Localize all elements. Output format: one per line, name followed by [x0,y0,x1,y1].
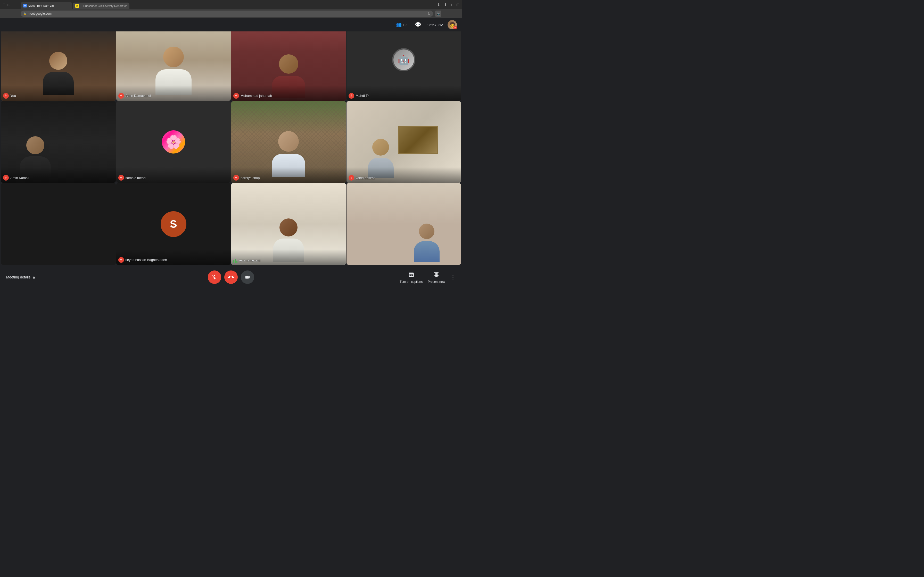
camera-tab-icon[interactable]: 📷 [435,11,441,17]
downloads-icon[interactable]: ⬇ [437,3,440,7]
new-tab-btn[interactable]: + [131,3,138,9]
mic-muted-overlay: 🎙 [453,26,457,29]
tab-meet[interactable]: M Meet - rdm-jbam-zjg [21,2,72,9]
tab-mailchimp-label: Subscriber Click Activity Report for رخد… [81,4,127,8]
mic-muted-icon-mohammad: 🎙 [233,93,239,99]
sidebar-toggle-icon[interactable]: ⊟ [3,3,5,7]
name-mohammad: 🎙 Mohammad jahantab [233,93,272,99]
forward-icon[interactable]: › [8,3,10,7]
name-label-reza: reza ramezani [239,258,260,262]
video-tile-amin-k: 🎙 Amin Kamali [1,101,116,183]
present-now-label: Present now [428,280,445,284]
video-tile-vahid: 🎙 vahid basirat [347,101,461,183]
time-display: 12:57 PM [427,23,443,27]
mic-off-icon [212,274,217,280]
video-grid: 🎙 You 🎙 Amin Damavandi 🎙 Mohammad [0,18,462,266]
video-tile-somaie: 🌸 🎙 somaie mehri [116,101,231,183]
video-tile-empty-2 [347,183,461,265]
captions-icon [407,271,415,279]
name-mahdi: 🎙 Mahdi Tk [349,93,370,99]
present-now-button[interactable]: Present now [428,271,445,284]
name-vahid: 🎙 vahid basirat [349,175,375,181]
name-label-vahid: vahid basirat [356,176,375,180]
tab-mailchimp[interactable]: M Subscriber Click Activity Report for ر… [73,3,129,9]
participants-button[interactable]: 👥 10 [393,20,409,29]
tile-overlay-you [1,85,116,101]
captions-label: Turn on captions [400,280,423,284]
name-label-amin-k: Amin Kamali [10,176,29,180]
name-label-parniya: parniya shop [241,176,260,180]
avatar-seyed: S [161,211,186,237]
end-call-icon [228,274,234,280]
meeting-details-btn[interactable]: Meeting details ∧ [6,275,36,280]
mic-muted-icon-seyed: 🎙 [118,257,124,263]
sidebar-icon[interactable]: ⊞ [456,3,459,7]
reload-icon[interactable]: ↻ [428,11,431,16]
chevron-up-icon: ∧ [32,275,36,280]
controls-center [208,271,254,284]
more-options-button[interactable]: ⋮ [450,274,456,280]
meet-header: 👥 10 💬 12:57 PM 🧑 🎙 [0,18,462,31]
mic-muted-icon-amin-k: 🎙 [3,175,9,181]
name-label-somaie: somaie mehri [126,176,146,180]
mic-muted-icon-parniya: 🎙 [233,175,239,181]
name-amin-d: 🎙 Amin Damavandi [118,93,151,99]
name-reza: reza ramezani [233,258,260,263]
controls-right: Turn on captions Present now ⋮ [400,271,456,284]
mic-muted-icon-somaie: 🎙 [118,175,124,181]
name-label-amin-d: Amin Damavandi [126,94,151,98]
name-amin-k: 🎙 Amin Kamali [3,175,29,181]
meet-favicon: M [23,4,27,8]
mailchimp-favicon: M [75,4,79,8]
mic-muted-icon-vahid: 🎙 [349,175,354,181]
mic-button[interactable] [208,271,221,284]
activity-bars-reza [233,258,237,263]
mic-muted-icon-you: 🎙 [3,93,9,99]
address-bar[interactable]: 🔒 meet.google.com ↻ [21,11,433,17]
captions-button[interactable]: Turn on captions [400,271,423,284]
mic-muted-icon-mahdi: 🎙 [349,93,354,99]
name-label-you: You [10,94,16,98]
bottom-bar: Meeting details ∧ Turn [0,266,462,288]
video-tile-empty-1 [1,183,116,265]
name-seyed: 🎙 seyed hassan Bagherzadeh [118,257,167,263]
url-text: meet.google.com [28,12,52,15]
name-parniya: 🎙 parniya shop [233,175,260,181]
camera-button[interactable] [241,271,254,284]
video-tile-reza: reza ramezani [231,183,346,265]
name-label-mahdi: Mahdi Tk [356,94,370,98]
end-call-button[interactable] [224,271,238,284]
video-tile-seyed: S 🎙 seyed hassan Bagherzadeh [116,183,231,265]
share-icon[interactable]: ⬆ [444,3,447,7]
camera-icon [245,274,250,280]
present-icon [432,271,441,279]
avatar-you: 🧑 🎙 [447,20,457,29]
video-tile-parniya: 🎙 parniya shop [231,101,346,183]
participants-count: 10 [403,23,406,27]
tab-meet-label: Meet - rdm-jbam-zjg [28,4,53,7]
name-somaie: 🎙 somaie mehri [118,175,146,181]
add-tab-icon[interactable]: + [451,3,453,7]
chat-button[interactable]: 💬 [413,20,423,29]
mic-muted-icon-amin-d: 🎙 [118,93,124,99]
back-icon[interactable]: ‹ [6,3,8,7]
name-you: 🎙 You [3,93,16,99]
lock-icon: 🔒 [23,12,26,15]
name-label-seyed: seyed hassan Bagherzadeh [126,258,167,262]
name-label-mohammad: Mohammad jahantab [241,94,272,98]
meeting-details-label: Meeting details [6,275,31,279]
participants-icon: 👥 [396,22,402,27]
